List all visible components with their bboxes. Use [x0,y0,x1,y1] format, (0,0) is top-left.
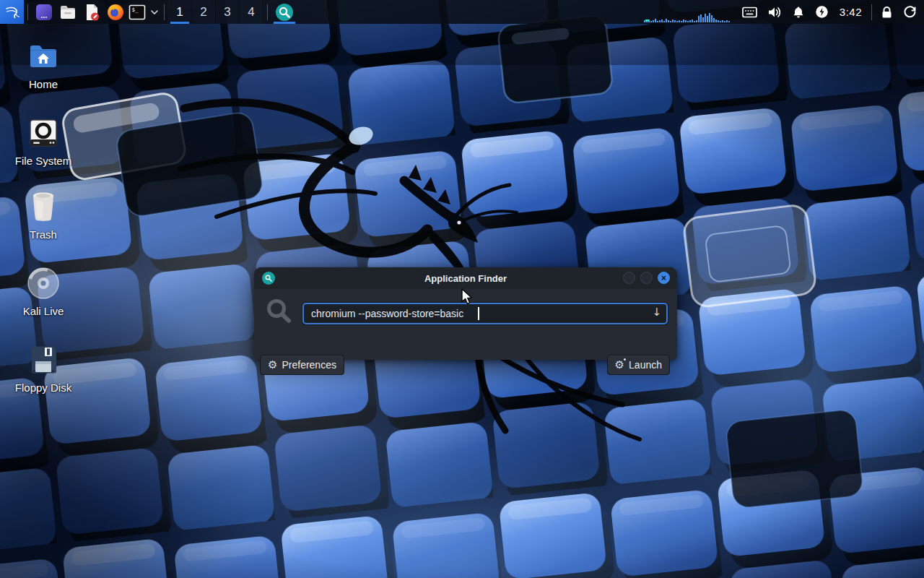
workspace-button-4[interactable]: 4 [240,0,263,24]
panel-separator [164,4,165,20]
volume-icon [767,6,782,19]
power-manager[interactable] [810,0,834,24]
workspace-label: 2 [200,5,206,20]
desktop: $_ 1 2 3 4 [0,0,924,578]
firefox-launcher[interactable] [103,0,127,24]
desktop-app-launcher[interactable] [32,0,56,24]
window-icon [262,272,275,285]
app-finder-icon [275,3,294,22]
panel-separator [871,4,872,20]
window-title: Application Finder [254,273,677,284]
desktop-icon-label: Floppy Disk [15,382,71,394]
text-editor-icon [82,3,101,22]
launch-button[interactable]: ⚙ Launch [607,355,670,375]
mouse-cursor [461,288,475,306]
logout-button[interactable] [898,0,924,24]
preferences-button[interactable]: ⚙ Preferences [260,355,344,375]
lock-icon [881,6,893,19]
file-manager-icon [58,3,77,22]
desktop-icon-label: Kali Live [23,306,64,318]
floppy-disk-icon [26,342,61,377]
desktop-icon-label: File System [15,155,71,168]
firefox-icon [106,3,125,22]
text-caret [478,307,479,320]
search-input[interactable] [302,303,668,324]
taskbar-application-finder[interactable] [271,0,297,24]
dropdown-arrow-icon[interactable]: ↓ [652,306,661,319]
active-workspace-indicator [170,22,189,24]
minimize-button[interactable] [623,272,635,284]
bell-icon [792,6,805,19]
application-finder-window: Application Finder × ↓ [254,267,677,360]
desktop-icon-home[interactable]: Home [9,39,78,91]
clock[interactable]: 3:42 [834,0,868,24]
terminal-dropdown[interactable] [149,0,160,24]
power-manager-icon [815,5,829,19]
file-manager-launcher[interactable] [56,0,79,24]
workspace-button-2[interactable]: 2 [192,0,216,24]
optical-disc-icon [26,266,61,301]
workspace-label: 4 [248,5,254,20]
panel-separator [27,4,28,20]
terminal-icon: $_ [128,4,146,21]
applications-menu-button[interactable] [0,0,24,24]
kali-logo-icon [4,4,21,21]
desktop-icon-floppy-disk[interactable]: Floppy Disk [9,342,78,394]
system-monitor-plugin[interactable] [639,0,737,24]
notifications[interactable] [787,0,810,24]
launch-gear-icon: ⚙ [615,360,624,371]
lock-screen-button[interactable] [876,0,898,24]
svg-text:$_: $_ [132,6,139,12]
desktop-icon-trash[interactable]: Trash [9,189,78,241]
running-task-indicator [274,22,295,24]
logout-icon [903,5,917,19]
workspace-button-1[interactable]: 1 [168,0,192,24]
workspace-label: 3 [224,5,230,20]
keyboard-icon [742,7,757,18]
system-monitor-graph [644,0,732,24]
maximize-button[interactable] [640,272,653,284]
panel-separator [267,4,268,20]
volume-control[interactable] [762,0,787,24]
keyboard-indicator[interactable] [737,0,762,24]
home-icon [26,39,61,74]
desktop-icon-kali-live[interactable]: Kali Live [9,266,78,318]
button-row: ⚙ Preferences ⚙ Launch [254,355,677,375]
close-button[interactable]: × [658,272,670,284]
workspace-button-3[interactable]: 3 [216,0,240,24]
purple-app-icon [35,3,53,22]
top-panel: $_ 1 2 3 4 [0,0,924,24]
trash-icon [26,189,61,224]
clock-text: 3:42 [840,6,862,18]
magnifier-icon [264,274,273,282]
gear-icon: ⚙ [268,360,277,371]
command-entry-wrap: ↓ [302,303,668,324]
launch-label: Launch [629,359,662,371]
desktop-icon-label: Trash [30,229,57,241]
titlebar[interactable]: Application Finder × [254,267,677,289]
desktop-icon-label: Home [29,79,58,91]
workspace-label: 1 [176,5,183,20]
file-system-icon [26,116,61,150]
preferences-label: Preferences [282,359,336,371]
text-editor-launcher[interactable] [79,0,103,24]
close-icon: × [661,274,666,282]
search-icon-large [266,298,292,327]
desktop-icon-file-system[interactable]: File System [9,116,78,168]
terminal-launcher[interactable]: $_ [127,0,147,24]
chevron-down-icon [151,10,158,14]
